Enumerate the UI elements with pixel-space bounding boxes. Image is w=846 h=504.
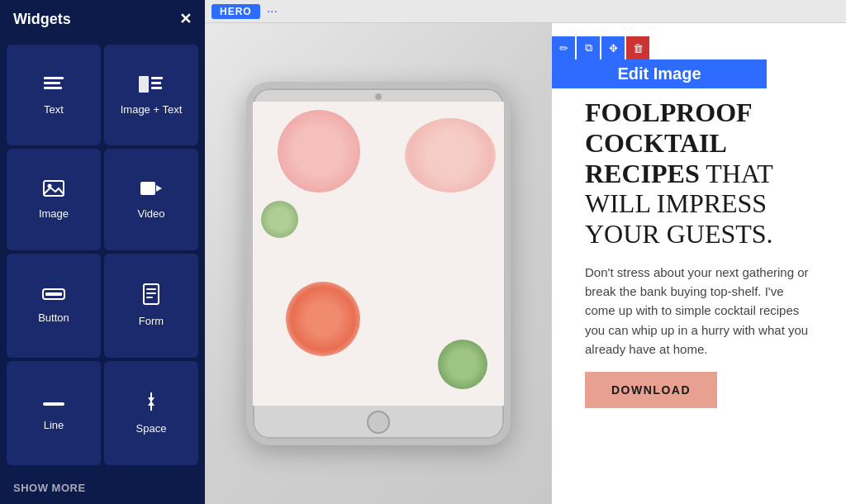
topbar: HERO ···: [205, 0, 846, 23]
svg-rect-6: [151, 87, 162, 89]
widget-video-label: Video: [137, 207, 164, 220]
widget-line-label: Line: [44, 419, 64, 431]
widget-button[interactable]: Button: [7, 254, 101, 358]
tablet-frame: [246, 82, 511, 445]
video-icon: [140, 179, 163, 201]
sidebar: Widgets ✕ Text: [0, 0, 205, 504]
download-button[interactable]: DOWNLOAD: [585, 372, 717, 408]
edit-image-label[interactable]: Edit Image: [552, 59, 767, 88]
tablet-screen: [253, 102, 504, 406]
tablet-mockup: [246, 82, 511, 445]
svg-rect-0: [44, 77, 64, 79]
hero-headline: FOOLPROOF COCKTAIL RECIPES THAT WILL IMP…: [585, 97, 813, 250]
text-icon: [42, 75, 65, 97]
widget-line[interactable]: Line: [7, 361, 101, 465]
svg-rect-7: [44, 181, 64, 196]
widget-button-label: Button: [38, 311, 69, 324]
svg-rect-5: [151, 82, 161, 84]
widget-space[interactable]: Space: [104, 361, 198, 465]
svg-rect-12: [45, 292, 62, 296]
widget-text-label: Text: [44, 103, 64, 116]
edit-image-icons: ✏ ⧉ ✥ 🗑: [552, 36, 649, 59]
topbar-more-button[interactable]: ···: [267, 4, 278, 19]
widget-image-label: Image: [39, 207, 69, 220]
sidebar-header: Widgets ✕: [0, 0, 205, 38]
widget-image[interactable]: Image: [7, 149, 101, 250]
tablet-camera: [375, 93, 382, 100]
svg-rect-9: [140, 182, 155, 195]
svg-rect-14: [146, 288, 156, 290]
image-text-icon: [138, 75, 164, 97]
cocktail-lime: [438, 340, 487, 389]
sidebar-close-button[interactable]: ✕: [179, 10, 192, 28]
edit-delete-button[interactable]: 🗑: [626, 36, 649, 59]
space-icon: [141, 391, 161, 416]
widget-form[interactable]: Form: [104, 254, 198, 358]
widget-form-label: Form: [139, 315, 164, 327]
svg-rect-4: [151, 77, 163, 79]
edit-move-button[interactable]: ✥: [601, 36, 625, 59]
hero-body-text: Don't stress about your next gathering o…: [585, 263, 813, 359]
show-more-button[interactable]: SHOW MORE: [0, 472, 205, 504]
text-panel: ✏ ⧉ ✥ 🗑 Edit Image FOOLPROOF COCKTAIL RE…: [552, 23, 846, 504]
edit-image-toolbar: ✏ ⧉ ✥ 🗑 Edit Image: [552, 36, 813, 88]
content-area: ✏ ⧉ ✥ 🗑 Edit Image FOOLPROOF COCKTAIL RE…: [205, 23, 846, 504]
svg-rect-15: [146, 292, 156, 294]
hero-badge: HERO: [212, 4, 260, 19]
edit-pencil-button[interactable]: ✏: [552, 36, 575, 59]
widget-space-label: Space: [136, 422, 167, 435]
svg-rect-3: [139, 76, 149, 93]
cocktail-image: [253, 102, 504, 406]
cocktail-glass-2: [405, 118, 496, 193]
widget-image-text-label: Image + Text: [121, 103, 183, 116]
edit-copy-button[interactable]: ⧉: [577, 36, 600, 59]
sidebar-title: Widgets: [13, 11, 71, 28]
widget-video[interactable]: Video: [104, 149, 198, 250]
svg-rect-17: [43, 402, 64, 406]
cocktail-lime2: [261, 201, 298, 238]
main-content: HERO ···: [205, 0, 846, 504]
svg-marker-10: [156, 185, 162, 192]
cocktail-glass-1: [278, 110, 360, 193]
line-icon: [42, 394, 65, 412]
form-icon: [141, 283, 161, 308]
svg-rect-2: [44, 87, 62, 89]
image-icon: [42, 179, 65, 201]
tablet-panel: [205, 23, 552, 504]
tablet-home-button: [367, 411, 390, 434]
widget-image-text[interactable]: Image + Text: [104, 45, 198, 145]
svg-marker-21: [148, 401, 154, 406]
svg-rect-16: [146, 297, 153, 298]
widget-text[interactable]: Text: [7, 45, 101, 145]
button-icon: [42, 287, 65, 305]
cocktail-grapefruit: [286, 282, 360, 356]
widgets-grid: Text Image + Text: [0, 38, 205, 472]
svg-rect-1: [44, 82, 60, 84]
